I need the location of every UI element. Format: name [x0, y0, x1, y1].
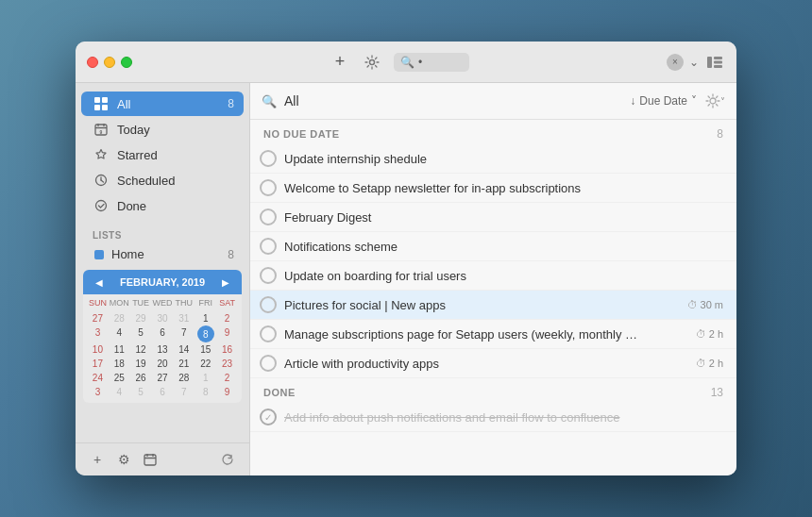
- cal-day[interactable]: 9: [216, 325, 238, 342]
- task-checkbox[interactable]: [260, 208, 277, 225]
- cal-day[interactable]: 21: [173, 357, 195, 371]
- cal-day[interactable]: 2: [216, 311, 238, 325]
- cal-day[interactable]: 17: [87, 357, 109, 371]
- close-button[interactable]: [87, 57, 98, 68]
- task-row[interactable]: Welcome to Setapp newsletter for in-app …: [250, 174, 736, 203]
- cal-day[interactable]: 7: [173, 385, 195, 399]
- svg-rect-1: [707, 57, 712, 68]
- sidebar-item-starred[interactable]: Starred: [81, 142, 244, 167]
- sidebar-item-scheduled[interactable]: Scheduled: [81, 168, 244, 192]
- cal-day[interactable]: 4: [109, 325, 130, 342]
- calendar-view-button[interactable]: [140, 449, 161, 470]
- sidebar-item-all[interactable]: All 8: [81, 92, 244, 116]
- cal-day[interactable]: 1: [195, 311, 216, 325]
- task-checkbox-done[interactable]: [260, 409, 277, 425]
- cal-day[interactable]: 15: [195, 342, 216, 357]
- task-row[interactable]: Update internship shedule: [250, 144, 736, 174]
- app-window: + 🔍 • × ⌄: [76, 42, 736, 475]
- cal-day[interactable]: 5: [130, 385, 152, 399]
- task-list: NO DUE DATE 8 Update internship shedule …: [250, 120, 736, 475]
- cal-day[interactable]: 27: [87, 311, 109, 325]
- sort-button[interactable]: ↓ Due Date ˅: [630, 94, 697, 108]
- clear-button[interactable]: ×: [667, 54, 684, 71]
- cal-day[interactable]: 8: [195, 385, 216, 399]
- svg-point-17: [96, 201, 107, 211]
- header-search-icon: 🔍: [262, 94, 277, 108]
- sidebar-item-done-label: Done: [117, 199, 234, 213]
- cal-day[interactable]: 19: [130, 357, 152, 371]
- task-checkbox[interactable]: [260, 296, 277, 313]
- task-row[interactable]: Notifications scheme: [250, 232, 736, 261]
- cal-day[interactable]: 6: [152, 325, 174, 342]
- star-icon: [93, 146, 110, 163]
- maximize-button[interactable]: [121, 57, 132, 68]
- task-checkbox[interactable]: [260, 325, 277, 342]
- cal-day[interactable]: 22: [195, 357, 216, 371]
- task-checkbox[interactable]: [260, 355, 277, 372]
- cal-day[interactable]: 24: [87, 371, 109, 385]
- task-row[interactable]: February Digest: [250, 203, 736, 232]
- cal-day[interactable]: 12: [130, 342, 152, 357]
- task-checkbox[interactable]: [260, 150, 277, 167]
- cal-day[interactable]: 7: [173, 325, 195, 342]
- cal-day[interactable]: 13: [152, 342, 174, 357]
- task-row-done[interactable]: Add info about push notifications and em…: [250, 403, 736, 432]
- task-row[interactable]: Article with productivity apps ⏱ 2 h: [250, 349, 736, 378]
- refresh-button[interactable]: [217, 449, 238, 470]
- sort-arrow-icon: ↓: [630, 94, 635, 108]
- cal-day[interactable]: 1: [195, 371, 216, 385]
- cal-day[interactable]: 10: [87, 342, 109, 357]
- cal-day[interactable]: 28: [173, 371, 195, 385]
- task-row-selected[interactable]: Pictures for social | New apps ⏱ 30 m: [250, 291, 736, 320]
- task-checkbox[interactable]: [260, 179, 277, 196]
- sidebar-item-today-label: Today: [117, 123, 234, 137]
- task-checkbox[interactable]: [260, 267, 277, 284]
- cal-day[interactable]: 25: [109, 371, 130, 385]
- add-task-button[interactable]: +: [330, 52, 350, 73]
- cal-day[interactable]: 16: [216, 342, 238, 357]
- task-meta: ⏱ 2 h: [696, 328, 723, 340]
- cal-day[interactable]: 6: [152, 385, 174, 399]
- cal-day[interactable]: 2: [216, 371, 238, 385]
- sidebar-item-today[interactable]: 9 Today: [81, 117, 244, 142]
- cal-day[interactable]: 28: [109, 311, 130, 325]
- sidebar-toggle-button[interactable]: [704, 52, 725, 73]
- calendar-next-button[interactable]: ▶: [217, 274, 234, 291]
- search-bar[interactable]: 🔍 •: [394, 53, 469, 72]
- dow-sun: SUN: [87, 296, 109, 309]
- cal-day[interactable]: 5: [130, 325, 152, 342]
- sun-button[interactable]: ˅: [704, 91, 725, 111]
- chevron-down-icon[interactable]: ⌄: [689, 56, 699, 69]
- cal-day[interactable]: 23: [216, 357, 238, 371]
- sidebar-item-done[interactable]: Done: [81, 193, 244, 218]
- task-row[interactable]: Update on boarding for trial users: [250, 261, 736, 291]
- cal-day[interactable]: 14: [173, 342, 195, 357]
- task-label: Update internship shedule: [284, 152, 723, 166]
- cal-day[interactable]: 18: [109, 357, 130, 371]
- sidebar-item-starred-label: Starred: [117, 148, 234, 162]
- add-list-button[interactable]: +: [87, 449, 108, 470]
- sidebar: All 8 9 Today: [76, 83, 250, 475]
- cal-today[interactable]: 8: [197, 325, 214, 342]
- cal-day[interactable]: 3: [87, 325, 109, 342]
- cal-day[interactable]: 31: [173, 311, 195, 325]
- task-checkbox[interactable]: [260, 238, 277, 255]
- minimize-button[interactable]: [104, 57, 115, 68]
- calendar-grid: SUN MON TUE WED THU FRI SAT 27 28 29 30: [83, 294, 242, 403]
- calendar-prev-button[interactable]: ◀: [91, 274, 108, 291]
- cal-day[interactable]: 26: [130, 371, 152, 385]
- dow-thu: THU: [173, 296, 195, 309]
- cal-day[interactable]: 29: [130, 311, 152, 325]
- task-row[interactable]: Manage subscriptions page for Setapp use…: [250, 320, 736, 349]
- sidebar-list-home[interactable]: Home 8: [81, 243, 244, 265]
- search-icon: 🔍: [400, 56, 414, 69]
- settings-button[interactable]: ⚙: [113, 449, 134, 470]
- cal-day[interactable]: 4: [109, 385, 130, 399]
- cal-day[interactable]: 27: [152, 371, 174, 385]
- gear-icon[interactable]: [362, 52, 382, 73]
- cal-day[interactable]: 30: [152, 311, 174, 325]
- cal-day[interactable]: 20: [152, 357, 174, 371]
- cal-day[interactable]: 9: [216, 385, 238, 399]
- cal-day[interactable]: 3: [87, 385, 109, 399]
- cal-day[interactable]: 11: [109, 342, 130, 357]
